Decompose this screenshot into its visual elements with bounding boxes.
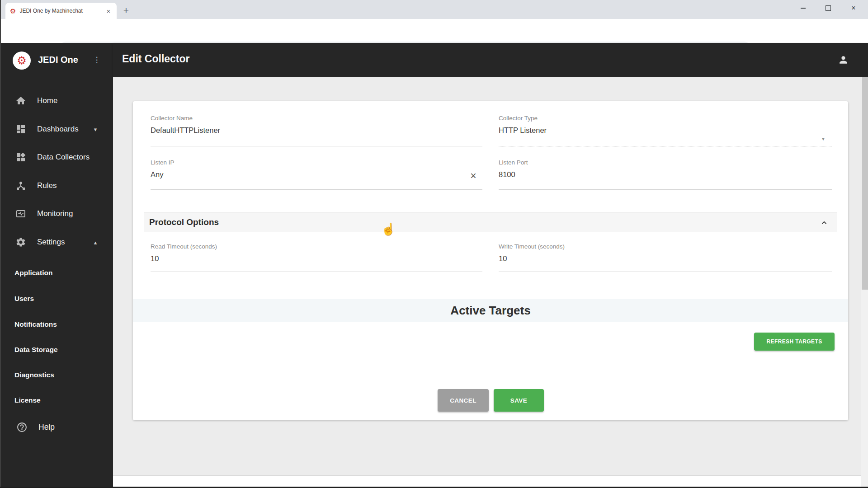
settings-gear-icon bbox=[15, 237, 26, 248]
window-minimize-button[interactable] bbox=[790, 0, 816, 16]
sub-item-label: Application bbox=[14, 269, 52, 277]
browser-tab[interactable]: ⚙ JEDI One by Machinechat × bbox=[5, 3, 117, 19]
account-person-icon[interactable] bbox=[838, 54, 849, 66]
collector-type-label: Collector Type bbox=[499, 115, 832, 122]
page-title: Edit Collector bbox=[122, 53, 190, 65]
collector-name-label: Collector Name bbox=[151, 115, 482, 122]
write-timeout-label: Write Timeout (seconds) bbox=[499, 243, 832, 250]
save-button[interactable]: SAVE bbox=[494, 389, 544, 412]
page-scrollbar[interactable] bbox=[861, 77, 868, 487]
rules-icon bbox=[15, 180, 26, 191]
help-label: Help bbox=[38, 422, 55, 432]
browser-toolbar: ← → ↻ ⚠ Not secure 192.168.1.204:9123/ed… bbox=[0, 19, 868, 43]
sidebar-item-label: Home bbox=[37, 96, 57, 105]
collector-name-field[interactable]: Collector Name DefaultHTTPListener bbox=[151, 115, 482, 146]
scrollbar-thumb[interactable] bbox=[862, 77, 868, 290]
new-tab-button[interactable]: + bbox=[119, 4, 133, 17]
sub-item-label: Notifications bbox=[14, 320, 57, 328]
sidebar-item-label: Dashboards bbox=[37, 125, 79, 134]
browser-tab-bar: ⚙ JEDI One by Machinechat × + × bbox=[0, 0, 868, 19]
help-icon bbox=[16, 422, 28, 433]
write-timeout-field[interactable]: Write Timeout (seconds) 10 bbox=[499, 243, 832, 272]
sidebar-item-data-storage[interactable]: Data Storage bbox=[0, 343, 113, 357]
browser-window: ⚙ JEDI One by Machinechat × + × ← → ↻ ⚠ … bbox=[0, 0, 868, 488]
protocol-options-title: Protocol Options bbox=[149, 217, 219, 227]
sidebar-item-data-collectors[interactable]: Data Collectors bbox=[0, 148, 113, 166]
sub-item-label: License bbox=[14, 396, 41, 404]
chevron-down-icon: ▾ bbox=[90, 126, 100, 133]
cancel-button[interactable]: CANCEL bbox=[438, 389, 489, 412]
app-header: Edit Collector bbox=[113, 43, 868, 77]
chevron-up-icon: ▴ bbox=[90, 239, 100, 246]
window-controls: × bbox=[790, 0, 866, 16]
collapse-chevron-up-icon[interactable] bbox=[820, 219, 828, 227]
listen-ip-value[interactable]: Any bbox=[151, 170, 482, 179]
collector-type-value: HTTP Listener bbox=[499, 126, 832, 135]
sidebar-item-users[interactable]: Users bbox=[0, 292, 113, 305]
edit-collector-form-card: Collector Name DefaultHTTPListener Colle… bbox=[133, 101, 848, 420]
sidebar-item-help[interactable]: Help bbox=[0, 417, 113, 437]
collector-type-select[interactable]: Collector Type HTTP Listener ▼ bbox=[499, 115, 832, 146]
sidebar-item-label: Settings bbox=[37, 238, 65, 247]
sub-item-label: Data Storage bbox=[14, 346, 58, 354]
window-left-edge bbox=[0, 0, 1, 487]
listen-port-label: Listen Port bbox=[499, 159, 832, 166]
collector-name-value[interactable]: DefaultHTTPListener bbox=[151, 126, 482, 135]
tab-close-icon[interactable]: × bbox=[104, 6, 113, 15]
sidebar-item-label: Monitoring bbox=[37, 209, 73, 218]
sidebar-item-home[interactable]: Home bbox=[0, 92, 113, 110]
active-targets-title: Active Targets bbox=[450, 304, 530, 318]
sidebar-item-license[interactable]: License bbox=[0, 394, 113, 407]
sidebar-item-dashboards[interactable]: Dashboards ▾ bbox=[0, 120, 113, 138]
protocol-options-header[interactable]: Protocol Options bbox=[144, 212, 837, 232]
listen-ip-field[interactable]: Listen IP Any bbox=[151, 159, 482, 190]
sidebar-item-settings[interactable]: Settings ▴ bbox=[0, 233, 113, 251]
sub-item-label: Users bbox=[14, 295, 34, 303]
app-sidebar: ⚙ JEDI One ⋮ Home Dashboards ▾ Data Coll… bbox=[0, 43, 113, 487]
dashboards-icon bbox=[15, 124, 26, 135]
page-bottom-area bbox=[113, 475, 861, 487]
sub-item-label: Diagnostics bbox=[14, 371, 54, 379]
window-maximize-button[interactable] bbox=[816, 0, 841, 16]
read-timeout-field[interactable]: Read Timeout (seconds) 10 bbox=[151, 243, 482, 272]
listen-port-field[interactable]: Listen Port 8100 bbox=[499, 159, 832, 190]
site-favicon-gear-icon: ⚙ bbox=[10, 8, 16, 14]
sidebar-item-label: Rules bbox=[37, 181, 57, 190]
home-icon bbox=[15, 95, 26, 106]
sidebar-item-rules[interactable]: Rules bbox=[0, 177, 113, 195]
select-caret-icon[interactable]: ▼ bbox=[821, 136, 826, 141]
window-close-button[interactable]: × bbox=[841, 0, 866, 16]
data-collectors-icon bbox=[15, 152, 26, 163]
read-timeout-label: Read Timeout (seconds) bbox=[151, 243, 482, 250]
listen-port-value[interactable]: 8100 bbox=[499, 170, 832, 179]
sidebar-divider bbox=[25, 77, 113, 77]
brand-name: JEDI One bbox=[38, 55, 78, 65]
active-targets-section: Active Targets bbox=[133, 299, 848, 322]
maximize-icon bbox=[826, 5, 831, 11]
sidebar-item-notifications[interactable]: Notifications bbox=[0, 318, 113, 331]
write-timeout-value[interactable]: 10 bbox=[499, 254, 832, 263]
read-timeout-value[interactable]: 10 bbox=[151, 254, 482, 263]
refresh-targets-button[interactable]: REFRESH TARGETS bbox=[754, 333, 835, 351]
minimize-icon bbox=[801, 8, 806, 9]
sidebar-menu-icon[interactable]: ⋮ bbox=[91, 54, 102, 65]
clear-listen-ip-icon[interactable]: × bbox=[467, 169, 480, 183]
listen-ip-label: Listen IP bbox=[151, 159, 482, 166]
monitoring-icon bbox=[15, 208, 26, 219]
sidebar-item-monitoring[interactable]: Monitoring bbox=[0, 205, 113, 223]
app-logo-gear-icon: ⚙ bbox=[13, 52, 31, 70]
sidebar-item-diagnostics[interactable]: Diagnostics bbox=[0, 368, 113, 382]
sidebar-item-label: Data Collectors bbox=[37, 153, 90, 162]
sidebar-item-application[interactable]: Application bbox=[0, 266, 113, 280]
tab-title: JEDI One by Machinechat bbox=[19, 8, 104, 14]
